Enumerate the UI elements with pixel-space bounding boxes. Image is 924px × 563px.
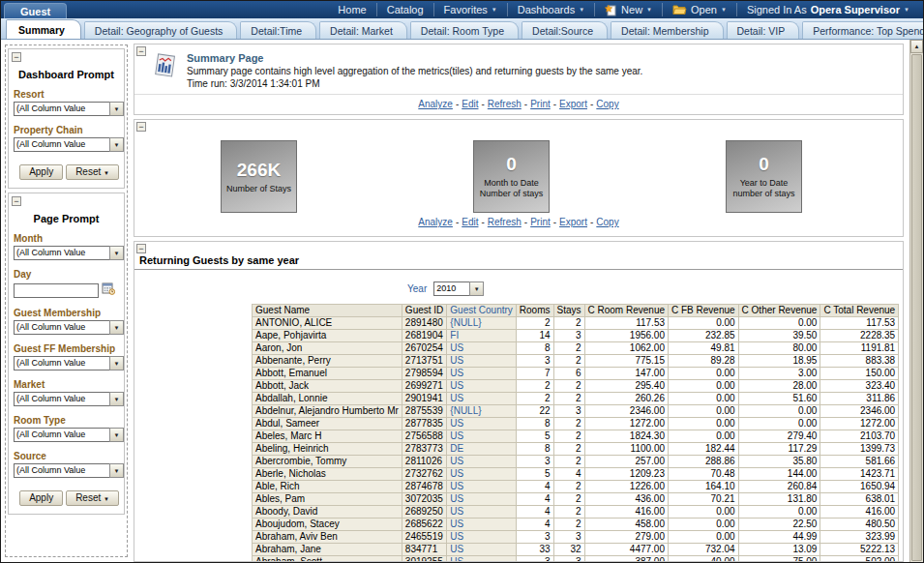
column-header-guest-id[interactable]: Guest ID bbox=[402, 305, 446, 317]
collapse-summary-section-icon[interactable]: − bbox=[136, 46, 146, 56]
year-select[interactable]: 2010 ▼ bbox=[433, 282, 484, 296]
nav-item-catalog[interactable]: Catalog bbox=[376, 3, 433, 16]
guest-country-cell[interactable]: US bbox=[447, 506, 516, 519]
nav-item-open[interactable]: Open▼ bbox=[662, 3, 736, 16]
tab-detail-market[interactable]: Detail: Market bbox=[319, 21, 407, 39]
refresh-link[interactable]: Refresh bbox=[488, 217, 522, 227]
refresh-link[interactable]: Refresh bbox=[488, 99, 522, 109]
select-arrow-button[interactable]: ▼ bbox=[109, 102, 124, 116]
calendar-icon[interactable] bbox=[102, 282, 115, 299]
guest-country-cell[interactable]: US bbox=[447, 380, 516, 393]
dashboard-reset-button[interactable]: Reset ▼ bbox=[66, 164, 119, 180]
dashboard-tab-guest[interactable]: Guest bbox=[4, 3, 67, 18]
guest-id-cell: 2699271 bbox=[402, 380, 446, 393]
prompt-select-source[interactable]: (All Column Value▼ bbox=[14, 463, 124, 478]
guest-country-cell[interactable]: US bbox=[447, 430, 516, 443]
collapse-dashboard-prompt-icon[interactable]: − bbox=[12, 52, 21, 62]
column-header-c-room-revenue[interactable]: C Room Revenue bbox=[584, 305, 668, 317]
cell: 2 bbox=[516, 380, 553, 393]
collapse-tiles-section-icon[interactable]: − bbox=[136, 122, 146, 132]
column-header-guest-country[interactable]: Guest Country bbox=[447, 305, 516, 317]
chevron-down-icon: ▼ bbox=[104, 170, 109, 176]
guest-country-cell[interactable]: US bbox=[447, 481, 516, 493]
nav-item-dashboards[interactable]: Dashboards▼ bbox=[507, 3, 594, 16]
collapse-returning-section-icon[interactable]: − bbox=[136, 244, 146, 253]
prompt-select-room-type[interactable]: (All Column Value▼ bbox=[14, 428, 124, 442]
prompt-select-guest-ff-membership[interactable]: (All Column Value▼ bbox=[14, 356, 124, 370]
edit-link[interactable]: Edit bbox=[462, 217, 478, 227]
signed-in-user[interactable]: Opera Supervisor bbox=[811, 4, 900, 15]
column-header-guest-name[interactable]: Guest Name bbox=[253, 305, 402, 317]
cell: 458.00 bbox=[584, 519, 668, 531]
print-link[interactable]: Print bbox=[530, 99, 551, 109]
select-arrow-button[interactable]: ▼ bbox=[109, 463, 124, 478]
guest-country-cell[interactable]: US bbox=[447, 468, 516, 481]
guest-country-cell[interactable]: US bbox=[447, 342, 516, 355]
prompt-select-guest-membership[interactable]: (All Column Value▼ bbox=[14, 320, 124, 335]
page-reset-button[interactable]: Reset ▼ bbox=[66, 490, 119, 506]
year-select-value: 2010 bbox=[433, 282, 469, 296]
select-arrow-button[interactable]: ▼ bbox=[109, 428, 124, 442]
select-arrow-button[interactable]: ▼ bbox=[109, 320, 124, 335]
guest-country-cell[interactable]: DE bbox=[447, 443, 516, 456]
copy-link[interactable]: Copy bbox=[596, 99, 618, 109]
guest-country-cell[interactable]: US bbox=[447, 544, 516, 556]
guest-country-cell[interactable]: US bbox=[447, 493, 516, 506]
tab-detail-room-type[interactable]: Detail: Room Type bbox=[410, 21, 519, 39]
cell: 1226.00 bbox=[584, 481, 668, 493]
analyze-link[interactable]: Analyze bbox=[418, 99, 453, 109]
guest-country-cell[interactable]: US bbox=[447, 393, 516, 405]
guest-country-cell[interactable]: {NULL} bbox=[447, 317, 516, 330]
guest-country-cell[interactable]: FI bbox=[447, 330, 516, 342]
select-arrow-button[interactable]: ▼ bbox=[109, 392, 124, 406]
column-header-c-other-revenue[interactable]: C Other Revenue bbox=[738, 305, 820, 317]
day-input[interactable] bbox=[14, 283, 99, 298]
guest-country-cell[interactable]: US bbox=[447, 368, 516, 380]
tab-detail-geography-of-guests[interactable]: Detail: Geography of Guests bbox=[84, 21, 238, 39]
guest-country-cell[interactable]: US bbox=[447, 531, 516, 544]
prompt-select-month[interactable]: (All Column Value▼ bbox=[14, 246, 124, 260]
export-link[interactable]: Export bbox=[559, 99, 587, 109]
select-arrow-button[interactable]: ▼ bbox=[109, 137, 124, 152]
guest-country-cell[interactable]: US bbox=[447, 418, 516, 430]
guest-country-cell[interactable]: {NULL} bbox=[447, 405, 516, 418]
guest-country-cell[interactable]: US bbox=[447, 556, 516, 563]
column-header-stays[interactable]: Stays bbox=[553, 305, 584, 317]
column-header-rooms[interactable]: Rooms bbox=[516, 305, 553, 317]
nav-item-new[interactable]: New▼ bbox=[594, 3, 662, 16]
prompt-select-resort[interactable]: (All Column Value▼ bbox=[14, 102, 124, 116]
dashboard-apply-button[interactable]: Apply bbox=[19, 164, 63, 180]
tab-detail-membership[interactable]: Detail: Membership bbox=[611, 21, 723, 39]
tab-detail-time[interactable]: Detail:Time bbox=[240, 21, 316, 39]
guest-name-cell: Abercrombie, Tommy bbox=[253, 456, 402, 468]
year-select-arrow-button[interactable]: ▼ bbox=[469, 282, 484, 296]
prompt-select-property-chain[interactable]: (All Column Value▼ bbox=[14, 137, 124, 152]
scroll-up-arrow-icon[interactable]: ▲ bbox=[910, 40, 923, 53]
guest-country-cell[interactable]: US bbox=[447, 355, 516, 368]
page-apply-button[interactable]: Apply bbox=[19, 490, 63, 506]
nav-item-favorites[interactable]: Favorites▼ bbox=[433, 3, 507, 16]
tab-summary[interactable]: Summary bbox=[6, 19, 81, 39]
tab-detail-vip[interactable]: Detail: VIP bbox=[727, 21, 800, 39]
guest-country-cell[interactable]: US bbox=[447, 519, 516, 531]
nav-item-label: Home bbox=[338, 4, 366, 15]
nav-item-home[interactable]: Home bbox=[328, 3, 375, 16]
select-arrow-button[interactable]: ▼ bbox=[109, 356, 124, 370]
export-link[interactable]: Export bbox=[559, 217, 587, 227]
guest-country-cell[interactable]: US bbox=[447, 456, 516, 468]
tab-performance-top-spenders[interactable]: Performance: Top Spenders bbox=[802, 21, 924, 39]
cell: 70.48 bbox=[669, 468, 739, 481]
select-arrow-button[interactable]: ▼ bbox=[109, 246, 124, 260]
column-header-c-total-revenue[interactable]: C Total Revenue bbox=[820, 305, 899, 317]
cell: 2 bbox=[553, 380, 584, 393]
prompt-select-market[interactable]: (All Column Value▼ bbox=[14, 392, 124, 406]
column-header-c-fb-revenue[interactable]: C FB Revenue bbox=[669, 305, 739, 317]
print-link[interactable]: Print bbox=[530, 217, 551, 227]
vertical-scrollbar[interactable]: ▲ bbox=[909, 40, 923, 562]
collapse-page-prompt-icon[interactable]: − bbox=[12, 196, 21, 206]
analyze-link[interactable]: Analyze bbox=[418, 217, 453, 227]
edit-link[interactable]: Edit bbox=[462, 99, 478, 109]
scrollbar-thumb[interactable] bbox=[911, 54, 922, 561]
tab-detail-source[interactable]: Detail:Source bbox=[522, 21, 608, 39]
copy-link[interactable]: Copy bbox=[596, 217, 618, 227]
